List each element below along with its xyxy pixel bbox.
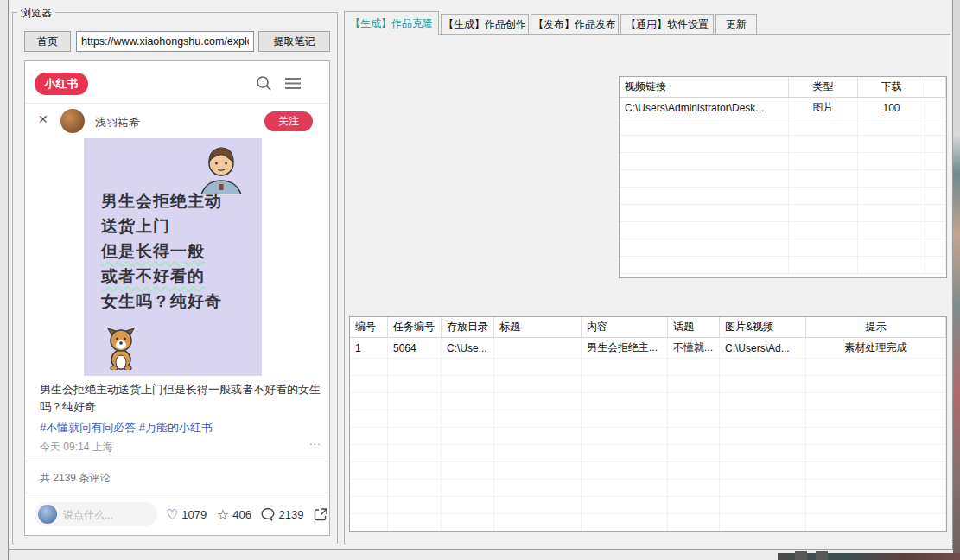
table-row[interactable] bbox=[350, 497, 946, 514]
table-cell[interactable] bbox=[668, 393, 720, 410]
user-name[interactable]: 浅羽祐希 bbox=[95, 115, 140, 130]
table-cell[interactable] bbox=[388, 480, 442, 496]
table-cell[interactable] bbox=[350, 393, 388, 410]
table-cell[interactable] bbox=[620, 118, 789, 135]
table-cell[interactable] bbox=[388, 514, 442, 531]
table-cell[interactable] bbox=[806, 462, 946, 479]
table-cell[interactable] bbox=[582, 462, 668, 479]
table-cell[interactable] bbox=[442, 480, 494, 496]
table-row[interactable] bbox=[620, 239, 946, 257]
table-cell[interactable] bbox=[582, 445, 668, 461]
table-cell[interactable] bbox=[925, 170, 946, 187]
table-cell[interactable] bbox=[582, 480, 668, 496]
table-cell[interactable] bbox=[720, 445, 806, 461]
table-cell[interactable] bbox=[620, 205, 789, 221]
table-cell[interactable] bbox=[668, 359, 720, 375]
table-cell[interactable] bbox=[789, 136, 858, 152]
tab-create[interactable]: 【生成】作品创作 bbox=[441, 14, 529, 35]
table-cell[interactable] bbox=[668, 480, 720, 496]
table-cell[interactable] bbox=[668, 410, 720, 427]
table-cell[interactable] bbox=[789, 170, 858, 187]
table-row[interactable] bbox=[350, 428, 946, 445]
table-header-cell[interactable]: 标题 bbox=[494, 317, 582, 337]
table-cell[interactable] bbox=[789, 188, 858, 204]
table-cell[interactable]: 100 bbox=[858, 98, 925, 118]
table-cell[interactable] bbox=[350, 376, 388, 392]
table-cell[interactable] bbox=[582, 410, 668, 427]
table-cell[interactable] bbox=[442, 514, 494, 531]
table-row[interactable] bbox=[350, 480, 946, 497]
heart-icon[interactable]: ♡ bbox=[166, 506, 178, 523]
table-cell[interactable] bbox=[350, 514, 388, 531]
table-cell[interactable] bbox=[388, 376, 442, 392]
xiaohongshu-logo[interactable]: 小红书 bbox=[35, 73, 88, 95]
table-cell[interactable] bbox=[620, 153, 789, 169]
table-cell[interactable] bbox=[789, 153, 858, 169]
table-row[interactable] bbox=[620, 205, 946, 222]
table-cell[interactable] bbox=[620, 188, 789, 204]
table-cell[interactable] bbox=[789, 118, 858, 135]
table-cell[interactable] bbox=[388, 462, 442, 479]
table-row[interactable] bbox=[620, 136, 946, 153]
table-header-cell[interactable]: 话题 bbox=[668, 317, 720, 337]
table-cell[interactable]: 素材处理完成 bbox=[806, 338, 946, 358]
table-cell[interactable] bbox=[350, 497, 388, 513]
table-row[interactable]: C:\Users\Administrator\Desk...图片100 bbox=[620, 98, 946, 118]
table-cell[interactable]: 5064 bbox=[388, 338, 442, 358]
table-row[interactable] bbox=[620, 188, 946, 205]
table-cell[interactable] bbox=[720, 462, 806, 479]
table-cell[interactable]: 男生会拒绝主... bbox=[582, 338, 668, 358]
table-header-cell[interactable]: 类型 bbox=[789, 77, 858, 97]
tab-settings[interactable]: 【通用】软件设置 bbox=[620, 14, 714, 35]
table-cell[interactable] bbox=[668, 445, 720, 461]
table-cell[interactable] bbox=[388, 445, 442, 461]
table-row[interactable] bbox=[350, 410, 946, 428]
table-cell[interactable] bbox=[620, 239, 789, 256]
table-cell[interactable] bbox=[925, 188, 946, 204]
table-cell[interactable] bbox=[582, 428, 668, 444]
table-cell[interactable] bbox=[350, 359, 388, 375]
table-cell[interactable]: C:\Users\Administrator\Desk... bbox=[620, 98, 789, 118]
table-header-cell[interactable]: 提示 bbox=[806, 317, 946, 337]
table-cell[interactable] bbox=[925, 118, 946, 135]
table-cell[interactable] bbox=[442, 428, 494, 444]
table-cell[interactable] bbox=[925, 222, 946, 239]
close-icon[interactable]: ✕ bbox=[38, 112, 48, 126]
table-cell[interactable] bbox=[350, 480, 388, 496]
table-cell[interactable] bbox=[582, 497, 668, 513]
table-cell[interactable] bbox=[806, 376, 946, 392]
table-cell[interactable] bbox=[668, 462, 720, 479]
table-cell[interactable] bbox=[858, 136, 925, 152]
table-cell[interactable] bbox=[925, 257, 946, 273]
table-cell[interactable] bbox=[582, 393, 668, 410]
table-cell[interactable] bbox=[494, 480, 582, 496]
table-cell[interactable] bbox=[388, 410, 442, 427]
table-cell[interactable] bbox=[806, 359, 946, 375]
table-cell[interactable] bbox=[668, 428, 720, 444]
table-cell[interactable] bbox=[494, 393, 582, 410]
table-cell[interactable] bbox=[806, 497, 946, 513]
comment-icon[interactable] bbox=[261, 507, 275, 521]
table-cell[interactable] bbox=[442, 376, 494, 392]
table-cell[interactable] bbox=[442, 393, 494, 410]
table-row[interactable]: 15064C:\Use...男生会拒绝主...不懂就...C:\Users\Ad… bbox=[350, 338, 946, 359]
table-cell[interactable] bbox=[858, 205, 925, 221]
table-cell[interactable] bbox=[582, 359, 668, 375]
comment-group[interactable]: 2139 bbox=[261, 507, 303, 521]
table-cell[interactable] bbox=[494, 428, 582, 444]
home-button[interactable]: 首页 bbox=[24, 31, 71, 52]
table-header-cell[interactable] bbox=[925, 77, 946, 97]
table-cell[interactable] bbox=[720, 428, 806, 444]
table-cell[interactable] bbox=[442, 410, 494, 427]
menu-icon[interactable] bbox=[285, 78, 301, 89]
table-cell[interactable] bbox=[858, 222, 925, 239]
table-cell[interactable]: 不懂就... bbox=[668, 338, 720, 358]
more-icon[interactable]: ... bbox=[309, 435, 321, 448]
table-cell[interactable] bbox=[925, 153, 946, 169]
table-cell[interactable] bbox=[442, 359, 494, 375]
table-cell[interactable] bbox=[789, 205, 858, 221]
table-cell[interactable] bbox=[582, 376, 668, 392]
like-group[interactable]: ♡ 1079 bbox=[166, 506, 207, 523]
table-cell[interactable] bbox=[620, 222, 789, 239]
table-row[interactable] bbox=[350, 445, 946, 462]
